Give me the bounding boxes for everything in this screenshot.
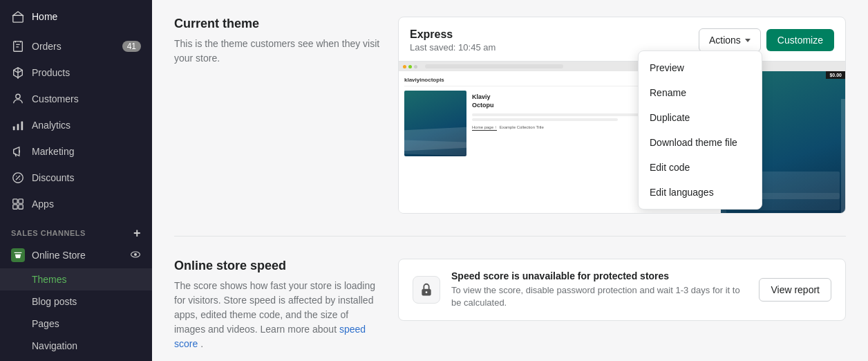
sidebar-item-orders[interactable]: Orders 41 <box>0 33 152 59</box>
customize-button[interactable]: Customize <box>766 29 834 51</box>
orders-label: Orders <box>32 41 115 52</box>
home-icon <box>11 10 25 24</box>
sidebar-item-discounts[interactable]: Discounts <box>0 165 152 191</box>
preview-image <box>404 91 466 156</box>
subnav-navigation[interactable]: Navigation <box>0 335 152 357</box>
dropdown-duplicate[interactable]: Duplicate <box>639 105 762 130</box>
theme-preview: klaviyinoctopis <box>399 61 845 213</box>
theme-card: Express Last saved: 10:45 am Actions Cus… <box>398 17 846 214</box>
preview-store-name: klaviyinoctopis <box>404 77 444 83</box>
lock-icon-wrap <box>413 276 440 304</box>
online-store-item[interactable]: Online Store <box>0 242 152 268</box>
svg-rect-5 <box>21 122 23 131</box>
dot-3 <box>414 65 417 68</box>
sidebar: Home Orders 41 Products C <box>0 0 152 361</box>
section-divider <box>174 236 846 237</box>
svg-rect-1 <box>14 41 23 51</box>
add-sales-channel-button[interactable]: + <box>133 227 141 239</box>
svg-rect-7 <box>13 199 17 203</box>
url-bar <box>425 64 563 68</box>
theme-name: Express <box>410 28 496 41</box>
customers-label: Customers <box>32 93 141 104</box>
svg-point-12 <box>134 253 137 256</box>
home-label: Home <box>32 11 57 22</box>
svg-rect-4 <box>17 124 19 130</box>
eye-icon[interactable] <box>130 249 141 262</box>
dot-2 <box>408 65 412 68</box>
view-report-button[interactable]: View report <box>759 278 831 302</box>
products-label: Products <box>32 67 141 78</box>
sidebar-item-customers[interactable]: Customers <box>0 86 152 112</box>
preview-browser-bar <box>399 62 845 71</box>
marketing-icon <box>11 145 25 158</box>
analytics-label: Analytics <box>32 120 141 131</box>
home-page-link: Home page ↑ <box>472 125 497 131</box>
theme-name-section: Express Last saved: 10:45 am <box>410 28 496 53</box>
subnav-blog-posts[interactable]: Blog posts <box>0 290 152 313</box>
preview-inner: klaviyinoctopis <box>399 62 845 213</box>
dropdown-download[interactable]: Download theme file <box>639 130 762 155</box>
main-content: Current theme This is the theme customer… <box>152 0 868 361</box>
online-store-icons <box>130 249 141 262</box>
svg-rect-10 <box>19 205 23 209</box>
chevron-down-icon <box>745 39 751 42</box>
preview-content: klaviyinoctopis <box>399 71 845 213</box>
speed-text: Speed score is unavailable for protected… <box>451 270 748 309</box>
wave-2 <box>404 140 466 156</box>
svg-rect-3 <box>13 127 15 130</box>
marketing-label: Marketing <box>32 146 141 157</box>
dropdown-edit-languages[interactable]: Edit languages <box>639 180 762 205</box>
last-saved: Last saved: 10:45 am <box>410 42 496 53</box>
dropdown-edit-code[interactable]: Edit code <box>639 155 762 180</box>
svg-rect-0 <box>13 15 23 22</box>
discounts-label: Discounts <box>32 172 141 183</box>
sidebar-item-home[interactable]: Home <box>0 0 152 33</box>
speed-card-desc: To view the score, disable password prot… <box>451 284 748 309</box>
actions-dropdown: Preview Rename Duplicate Download theme … <box>638 50 762 210</box>
online-store-icon <box>11 248 25 262</box>
subnav-domains[interactable]: Domains <box>0 357 152 361</box>
discounts-icon <box>11 171 25 185</box>
sidebar-item-marketing[interactable]: Marketing <box>0 138 152 165</box>
online-store-label: Online Store <box>32 250 86 261</box>
current-theme-desc: This is the theme customers see when the… <box>174 37 381 66</box>
sidebar-item-analytics[interactable]: Analytics <box>0 112 152 138</box>
dot-1 <box>403 65 406 68</box>
customers-icon <box>11 92 25 106</box>
lock-icon <box>419 282 434 297</box>
svg-point-14 <box>426 291 428 293</box>
actions-label: Actions <box>709 35 741 46</box>
orders-badge: 41 <box>122 41 141 52</box>
svg-point-2 <box>16 94 20 98</box>
speed-desc-end: . <box>200 338 203 349</box>
speed-section: Online store speed The score shows how f… <box>174 259 846 351</box>
right-edge-strip <box>841 99 845 213</box>
sidebar-item-apps[interactable]: Apps <box>0 191 152 217</box>
speed-title: Online store speed <box>174 259 381 273</box>
speed-desc: The score shows how fast your store is l… <box>174 279 381 351</box>
speed-card: Speed score is unavailable for protected… <box>398 259 846 321</box>
theme-card-header: Express Last saved: 10:45 am Actions Cus… <box>399 17 845 61</box>
apps-label: Apps <box>32 198 141 210</box>
theme-info: Current theme This is the theme customer… <box>174 17 381 66</box>
orders-icon <box>11 39 25 53</box>
current-theme-section: Current theme This is the theme customer… <box>174 17 846 214</box>
subnav-pages[interactable]: Pages <box>0 313 152 335</box>
actions-button[interactable]: Actions <box>699 28 761 52</box>
customize-label: Customize <box>777 35 823 46</box>
speed-info: Online store speed The score shows how f… <box>174 259 381 351</box>
price-tag: $0.00 <box>826 71 845 79</box>
current-theme-title: Current theme <box>174 17 381 31</box>
collection-link: Example Collection Title <box>500 125 544 131</box>
online-store-subnav: Themes Blog posts Pages Navigation Domai… <box>0 268 152 361</box>
subnav-themes[interactable]: Themes <box>0 268 152 290</box>
sales-channels-label: SALES CHANNELS + <box>0 217 152 242</box>
analytics-icon <box>11 118 25 132</box>
dropdown-rename[interactable]: Rename <box>639 80 762 105</box>
dropdown-preview[interactable]: Preview <box>639 55 762 80</box>
svg-rect-8 <box>19 199 23 203</box>
sidebar-item-products[interactable]: Products <box>0 59 152 86</box>
svg-rect-9 <box>13 205 17 209</box>
products-icon <box>11 66 25 80</box>
theme-actions: Actions Customize <box>699 28 834 52</box>
